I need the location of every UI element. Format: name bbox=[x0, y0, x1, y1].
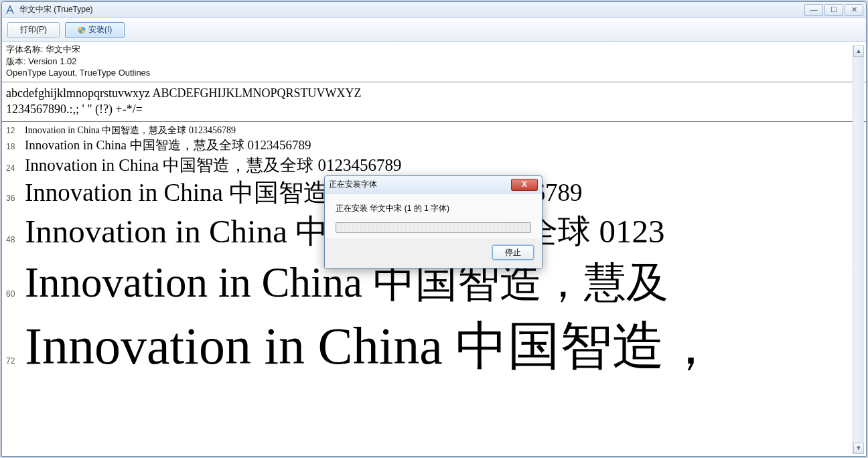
stop-button[interactable]: 停止 bbox=[492, 245, 534, 260]
toolbar: 打印(P) 安装(I) bbox=[2, 18, 866, 42]
minimize-button[interactable]: — bbox=[804, 4, 823, 16]
sample-size-label: 36 bbox=[6, 194, 25, 203]
titlebar[interactable]: 华文中宋 (TrueType) — ☐ ✕ bbox=[2, 2, 866, 18]
font-version-line: 版本: Version 1.02 bbox=[6, 56, 862, 68]
sample-text: Innovation in China 中国智造， bbox=[25, 311, 717, 382]
sample-list: 12 Innovation in China 中国智造，慧及全球 0123456… bbox=[2, 122, 866, 456]
dialog-title: 正在安装字体 bbox=[329, 179, 511, 190]
sample-row: 72 Innovation in China 中国智造， bbox=[2, 311, 866, 382]
sample-text: Innovation in China 中国智造，慧及全球 0123456789 bbox=[25, 125, 236, 137]
sample-row: 12 Innovation in China 中国智造，慧及全球 0123456… bbox=[2, 125, 866, 137]
shield-icon bbox=[78, 26, 86, 34]
maximize-button[interactable]: ☐ bbox=[824, 4, 843, 16]
install-label: 安装(I) bbox=[88, 24, 112, 35]
dialog-body: 正在安装 华文中宋 (1 的 1 字体) bbox=[325, 194, 542, 238]
install-button[interactable]: 安装(I) bbox=[65, 22, 125, 38]
print-label: 打印(P) bbox=[20, 24, 47, 35]
sample-row: 18 Innovation in China 中国智造，慧及全球 0123456… bbox=[2, 137, 866, 154]
install-progress-dialog: 正在安装字体 X 正在安装 华文中宋 (1 的 1 字体) 停止 bbox=[324, 175, 542, 269]
close-button[interactable]: ✕ bbox=[845, 4, 863, 16]
scroll-down-button[interactable]: ▼ bbox=[853, 443, 864, 454]
dialog-close-button[interactable]: X bbox=[511, 179, 538, 191]
charset-line-1: abcdefghijklmnopqrstuvwxyz ABCDEFGHIJKLM… bbox=[6, 85, 862, 101]
font-meta: 字体名称: 华文中宋 版本: Version 1.02 OpenType Lay… bbox=[2, 42, 866, 82]
print-button[interactable]: 打印(P) bbox=[7, 22, 60, 38]
dialog-titlebar[interactable]: 正在安装字体 X bbox=[325, 176, 542, 194]
font-name-line: 字体名称: 华文中宋 bbox=[6, 44, 862, 56]
vertical-scrollbar[interactable]: ▲ ▼ bbox=[853, 46, 864, 454]
window-controls: — ☐ ✕ bbox=[804, 4, 863, 16]
charset-preview: abcdefghijklmnopqrstuvwxyz ABCDEFGHIJKLM… bbox=[2, 82, 866, 123]
sample-size-label: 24 bbox=[6, 163, 25, 173]
dialog-button-row: 停止 bbox=[325, 238, 542, 268]
sample-text: Innovation in China 中国智造，慧及全球 0123456789 bbox=[25, 137, 311, 154]
sample-size-label: 60 bbox=[6, 289, 25, 299]
progress-bar bbox=[336, 222, 531, 233]
window-title: 华文中宋 (TrueType) bbox=[19, 4, 804, 15]
sample-text: Innovation in China 中国智造，慧及全球 0123456789 bbox=[25, 154, 401, 176]
sample-size-label: 12 bbox=[6, 126, 25, 135]
font-tech-line: OpenType Layout, TrueType Outlines bbox=[6, 67, 862, 79]
font-app-icon bbox=[5, 5, 15, 15]
sample-size-label: 72 bbox=[6, 356, 25, 366]
charset-line-2: 1234567890.:,; ' " (!?) +-*/= bbox=[6, 101, 862, 117]
scroll-up-button[interactable]: ▲ bbox=[853, 46, 864, 57]
sample-size-label: 48 bbox=[6, 235, 25, 244]
dialog-message: 正在安装 华文中宋 (1 的 1 字体) bbox=[336, 203, 531, 214]
sample-size-label: 18 bbox=[6, 142, 25, 151]
sample-row: 24 Innovation in China 中国智造，慧及全球 0123456… bbox=[2, 154, 866, 176]
